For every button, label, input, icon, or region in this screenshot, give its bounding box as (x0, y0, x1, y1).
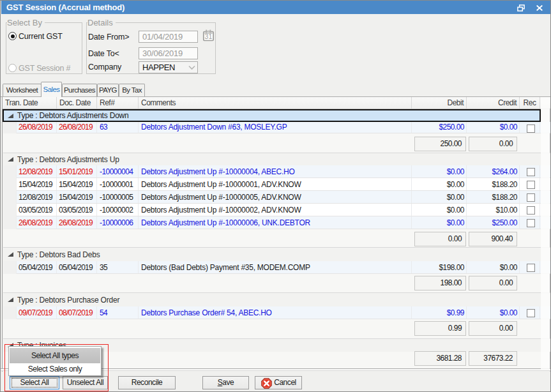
svg-text:31: 31 (205, 33, 213, 40)
